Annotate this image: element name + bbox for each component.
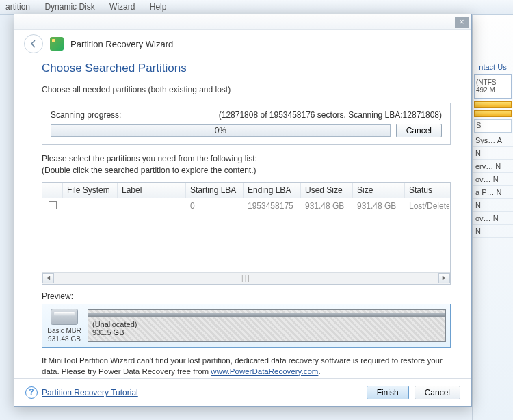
menu-item[interactable]: Help [150,2,167,12]
finish-button[interactable]: Finish [367,386,409,399]
main-menu-bar: artition Dynamic Disk Wizard Help [0,0,513,15]
list-item: erv… N [473,160,513,173]
contact-us-label[interactable]: ntact Us [473,63,513,71]
dialog-titlebar: × [14,14,471,30]
list-item: a P… N [473,186,513,199]
partition-bar [474,110,512,117]
menu-item[interactable]: Dynamic Disk [44,2,94,12]
col-starting-lba[interactable]: Starting LBA [186,183,244,198]
partition-bar [474,101,512,108]
disk-icon: Basic MBR 931.48 GB [47,309,82,343]
background-panel: ntact Us (NTFS492 M S Sys… A N erv… N ov… [472,15,513,420]
tutorial-link[interactable]: Partition Recovery Tutorial [42,388,138,397]
col-ending-lba[interactable]: Ending LBA [244,183,301,198]
close-button[interactable]: × [455,17,469,28]
menu-item[interactable]: artition [5,2,30,12]
partition-recovery-wizard-dialog: × Partition Recovery Wizard Choose Searc… [14,14,472,407]
partition-chip: (NTFS492 M [474,74,512,99]
scan-cancel-button[interactable]: Cancel [396,124,442,137]
list-item: ov… N [473,173,513,186]
partition-preview-bar[interactable]: (Unallocated) 931.5 GB [88,309,446,342]
scroll-left-arrow[interactable]: ◄ [42,273,54,283]
table-header: File System Label Starting LBA Ending LB… [42,183,450,198]
wizard-title: Partition Recovery Wizard [70,39,173,49]
partition-name: (Unallocated) [92,320,441,328]
app-icon [50,37,64,51]
col-size[interactable]: Size [353,183,405,198]
list-item: ov… N [473,212,513,225]
hard-disk-icon [51,309,78,325]
table-row[interactable]: 0 1953458175 931.48 GB 931.48 GB Lost/De… [42,198,450,214]
scroll-right-arrow[interactable]: ► [438,273,450,283]
list-item: N [473,147,513,160]
partition-size: 931.5 GB [92,328,441,337]
page-heading: Choose Searched Partitions [42,62,451,75]
arrow-left-icon [29,40,38,48]
col-label[interactable]: Label [118,183,186,198]
horizontal-scrollbar[interactable]: ◄ ||| ► [42,272,450,284]
preview-panel: Basic MBR 931.48 GB (Unallocated) 931.5 … [42,304,451,348]
cancel-button[interactable]: Cancel [415,386,460,399]
list-item: N [473,225,513,238]
row-checkbox[interactable] [49,201,57,209]
scan-progress-bar: 0% [51,124,391,137]
back-button[interactable] [24,34,43,53]
dialog-footer: ? Partition Recovery Tutorial Finish Can… [14,378,471,406]
col-filesystem[interactable]: File System [63,183,118,198]
menu-item[interactable]: Wizard [109,2,135,12]
partitions-table: File System Label Starting LBA Ending LB… [42,182,451,285]
list-item: N [473,199,513,212]
scan-status: (12871808 of 1953458176 sectors. Scannin… [219,110,442,120]
scan-progress-group: Scanning progress: (12871808 of 19534581… [42,103,451,145]
page-subtitle: Choose all needed partitions (both exist… [42,85,451,94]
help-icon[interactable]: ? [25,386,38,399]
instructions: Please select the partitions you need fr… [42,153,451,176]
column-header: S [474,119,512,133]
list-item: Sys… A [473,134,513,147]
col-status[interactable]: Status [405,183,450,198]
power-data-recovery-link[interactable]: www.PowerDataRecovery.com [211,367,318,376]
scan-label: Scanning progress: [51,110,121,120]
col-used-size[interactable]: Used Size [301,183,353,198]
recovery-tip: If MiniTool Partition Wizard can't find … [42,355,451,377]
preview-label: Preview: [42,291,451,301]
